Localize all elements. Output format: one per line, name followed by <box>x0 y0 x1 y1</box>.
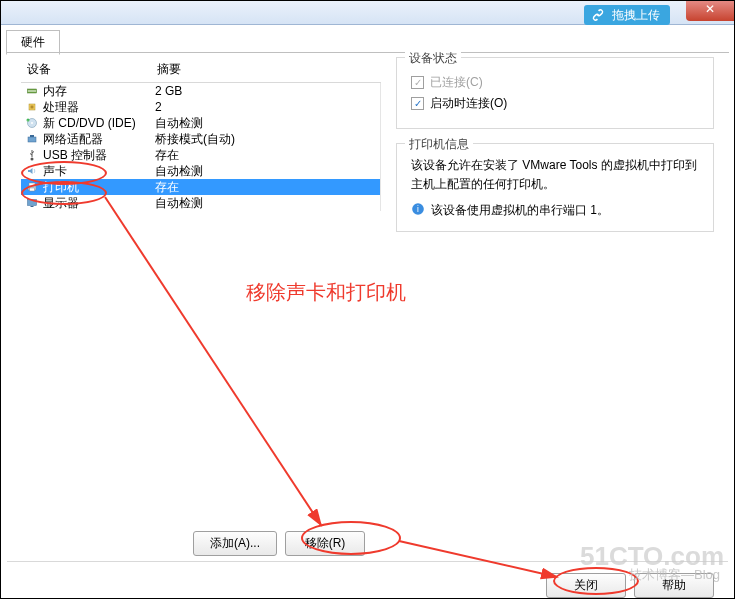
svg-rect-1 <box>29 90 30 92</box>
tab-underline <box>6 52 729 53</box>
svg-rect-4 <box>35 90 36 92</box>
svg-rect-6 <box>31 106 34 109</box>
memory-icon <box>25 84 39 98</box>
chk-connected-row[interactable]: ✓ 已连接(C) <box>411 74 699 91</box>
checkbox-icon: ✓ <box>411 97 424 110</box>
close-icon: ✕ <box>705 2 715 16</box>
device-row[interactable]: 网络适配器桥接模式(自动) <box>21 131 380 147</box>
add-button[interactable]: 添加(A)... <box>193 531 277 556</box>
svg-point-13 <box>31 158 34 161</box>
upload-label: 拖拽上传 <box>612 7 660 24</box>
device-row[interactable]: USB 控制器存在 <box>21 147 380 163</box>
device-name: 声卡 <box>43 163 67 180</box>
device-name: 新 CD/DVD (IDE) <box>43 115 136 132</box>
chk-connect-on-power-label: 启动时连接(O) <box>430 95 507 112</box>
svg-text:i: i <box>417 205 419 214</box>
device-row[interactable]: +新 CD/DVD (IDE)自动检测 <box>21 115 380 131</box>
printer-info-line: i 该设备使用虚拟机的串行端口 1。 <box>411 202 699 219</box>
device-row[interactable]: 内存2 GB <box>21 83 380 99</box>
link-icon <box>590 7 606 23</box>
printer-serial-port-text: 该设备使用虚拟机的串行端口 1。 <box>431 202 609 219</box>
printer-info-group: 打印机信息 该设备允许在安装了 VMware Tools 的虚拟机中打印到主机上… <box>396 143 714 232</box>
device-name: 内存 <box>43 83 67 100</box>
svg-rect-12 <box>30 135 34 137</box>
dialog-separator <box>7 561 728 562</box>
help-button[interactable]: 帮助 <box>634 573 714 598</box>
device-summary: 2 <box>155 100 376 114</box>
svg-rect-16 <box>30 188 35 191</box>
svg-rect-2 <box>31 90 32 92</box>
device-name: 显示器 <box>43 195 79 212</box>
chk-connected-label: 已连接(C) <box>430 74 483 91</box>
device-row[interactable]: 处理器2 <box>21 99 380 115</box>
device-summary: 自动检测 <box>155 163 376 180</box>
device-summary: 存在 <box>155 179 376 196</box>
cddvd-icon: + <box>25 116 39 130</box>
svg-rect-3 <box>33 90 34 92</box>
col-header-summary: 摘要 <box>157 61 375 78</box>
chk-connect-on-power-row[interactable]: ✓ 启动时连接(O) <box>411 95 699 112</box>
close-button[interactable]: 关闭 <box>546 573 626 598</box>
device-summary: 2 GB <box>155 84 376 98</box>
right-panel: 设备状态 ✓ 已连接(C) ✓ 启动时连接(O) 打印机信息 该设备允许在安装了… <box>396 57 714 246</box>
device-status-legend: 设备状态 <box>405 50 461 67</box>
device-summary: 桥接模式(自动) <box>155 131 376 148</box>
device-list-body[interactable]: 内存2 GB处理器2+新 CD/DVD (IDE)自动检测网络适配器桥接模式(自… <box>21 83 381 211</box>
cpu-icon <box>25 100 39 114</box>
svg-line-21 <box>105 197 321 525</box>
svg-rect-18 <box>31 206 34 207</box>
printer-icon <box>25 180 39 194</box>
svg-rect-11 <box>28 137 36 142</box>
device-row[interactable]: 声卡自动检测 <box>21 163 380 179</box>
dialog-button-bar: 关闭 帮助 <box>546 573 714 598</box>
window-close-button[interactable]: ✕ <box>686 1 734 21</box>
printer-info-text: 该设备允许在安装了 VMware Tools 的虚拟机中打印到主机上配置的任何打… <box>411 156 699 194</box>
device-name: 处理器 <box>43 99 79 116</box>
annotation-text: 移除声卡和打印机 <box>246 279 406 306</box>
usb-icon <box>25 148 39 162</box>
device-list-header: 设备 摘要 <box>21 57 381 83</box>
device-name: USB 控制器 <box>43 147 107 164</box>
remove-button[interactable]: 移除(R) <box>285 531 365 556</box>
add-remove-bar: 添加(A)... 移除(R) <box>193 531 365 556</box>
title-bar: 拖拽上传 ✕ <box>1 1 734 25</box>
device-summary: 自动检测 <box>155 195 376 212</box>
svg-rect-17 <box>28 200 37 206</box>
device-list-panel: 设备 摘要 内存2 GB处理器2+新 CD/DVD (IDE)自动检测网络适配器… <box>21 57 381 211</box>
device-name: 打印机 <box>43 179 79 196</box>
svg-rect-14 <box>29 183 35 186</box>
info-icon: i <box>411 202 425 219</box>
device-name: 网络适配器 <box>43 131 103 148</box>
device-status-group: 设备状态 ✓ 已连接(C) ✓ 启动时连接(O) <box>396 57 714 129</box>
display-icon <box>25 196 39 210</box>
tab-strip: 硬件 <box>6 29 60 53</box>
watermark-logo: 51CTO.com <box>580 541 724 572</box>
svg-line-22 <box>399 541 557 577</box>
network-icon <box>25 132 39 146</box>
drag-upload-pill[interactable]: 拖拽上传 <box>584 5 670 25</box>
device-summary: 存在 <box>155 147 376 164</box>
sound-icon <box>25 164 39 178</box>
device-summary: 自动检测 <box>155 115 376 132</box>
col-header-device: 设备 <box>27 61 157 78</box>
printer-info-legend: 打印机信息 <box>405 136 473 153</box>
svg-point-8 <box>31 122 33 124</box>
device-row[interactable]: 打印机存在 <box>21 179 380 195</box>
checkbox-icon: ✓ <box>411 76 424 89</box>
device-row[interactable]: 显示器自动检测 <box>21 195 380 211</box>
